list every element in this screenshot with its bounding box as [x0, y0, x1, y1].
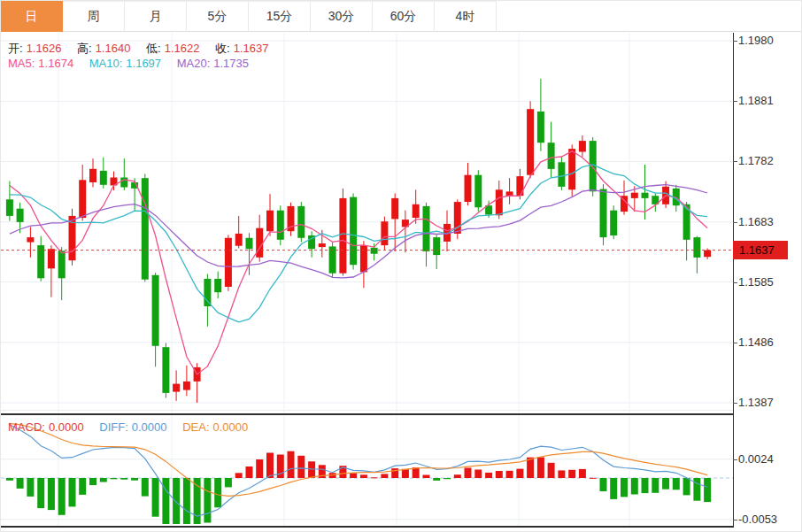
macd-bar	[454, 474, 461, 478]
kline-widget: 日 周 月 5分 15分 30分 60分 4时 1.1980 1.1881 1.…	[0, 0, 802, 532]
macd-bar	[610, 478, 617, 499]
low-value: 1.1622	[165, 42, 200, 55]
candle-body	[693, 237, 700, 258]
macd-bar	[568, 470, 575, 478]
candle-body	[631, 193, 638, 198]
macd-bar	[673, 478, 680, 490]
tab-60min[interactable]: 60分	[373, 1, 435, 32]
plot-bottom-gridline	[1, 410, 734, 411]
macd-bar	[506, 471, 513, 478]
price-tick: 1.1387	[738, 396, 774, 410]
ma5-value: 1.1674	[38, 57, 73, 70]
macd-bar	[413, 467, 420, 478]
macd-bar	[642, 478, 649, 493]
macd-bar	[693, 478, 700, 501]
candlestick-chart[interactable]	[1, 33, 734, 413]
macd-bar	[485, 473, 492, 478]
candle-body	[381, 221, 388, 245]
macd-bar	[474, 470, 482, 479]
last-price-tag: 1.1637	[733, 241, 788, 259]
tab-label: 周	[88, 9, 100, 25]
macd-bar	[235, 473, 243, 478]
macd-bar	[683, 478, 690, 495]
candle-body	[277, 211, 284, 240]
macd-bar	[48, 478, 55, 510]
macd-bar	[652, 478, 659, 493]
macd-bar	[173, 478, 180, 524]
candle-body	[297, 206, 305, 238]
price-tick: 1.1486	[738, 335, 774, 350]
candle-body	[235, 234, 243, 246]
macd-bar	[131, 478, 138, 481]
open-value: 1.1626	[27, 42, 62, 55]
tabbar-filler	[497, 1, 801, 32]
macd-bar	[516, 469, 523, 478]
candle-body	[516, 176, 523, 196]
macd-bar	[288, 451, 295, 478]
candle-body	[423, 206, 430, 251]
open-label: 开:	[8, 42, 23, 55]
macd-bar	[89, 478, 96, 485]
tab-4hour[interactable]: 4时	[435, 1, 497, 32]
candle-body	[496, 189, 503, 215]
macd-bar	[391, 468, 398, 478]
diff-value: 0.0000	[132, 420, 167, 434]
candle-body	[474, 175, 482, 208]
tab-30min[interactable]: 30分	[311, 1, 373, 32]
close-value: 1.1637	[234, 42, 269, 55]
macd-bar	[58, 478, 66, 515]
macd-bar	[443, 478, 451, 479]
ma20-value: 1.1735	[213, 57, 249, 70]
candle-body	[360, 245, 367, 272]
tab-label: 5分	[208, 9, 227, 25]
macd-bar	[162, 478, 169, 524]
macd-legend: MACD:0.0000 DIFF:0.0000 DEA:0.0000	[8, 420, 251, 434]
candle-body	[48, 249, 55, 268]
candle-body	[413, 204, 420, 218]
macd-value: 0.0000	[49, 420, 84, 434]
candle-body	[266, 211, 274, 232]
macd-bar	[537, 458, 544, 479]
macd-bar	[183, 478, 190, 524]
price-tick: 1.1782	[738, 154, 774, 168]
ma10-value: 1.1697	[126, 57, 161, 70]
macd-bar	[152, 478, 159, 517]
candle-body	[120, 178, 127, 188]
macd-bar	[579, 469, 586, 478]
candle-body	[204, 279, 211, 306]
high-value: 1.1640	[96, 42, 131, 55]
macd-bar	[256, 459, 263, 478]
tab-15min[interactable]: 15分	[249, 1, 311, 32]
macd-bar	[297, 456, 305, 478]
macd-bar	[371, 477, 378, 478]
low-label: 低:	[146, 42, 161, 55]
close-label: 收:	[215, 42, 230, 55]
macd-tick: 0.0024	[738, 452, 774, 466]
bottom-border	[1, 526, 734, 528]
tab-5min[interactable]: 5分	[187, 1, 249, 32]
tab-label: 4时	[456, 9, 475, 25]
macd-bar	[266, 453, 274, 479]
candle-body	[527, 109, 534, 175]
macd-bar	[225, 478, 232, 487]
macd-bar	[308, 461, 315, 478]
macd-bar	[142, 478, 149, 497]
ma20-label: MA20:	[177, 57, 211, 70]
price-tick: 1.1881	[738, 94, 774, 108]
macd-bar	[662, 478, 669, 490]
candle-body	[433, 237, 440, 255]
macd-bar	[600, 478, 607, 491]
price-tick: 1.1585	[738, 275, 774, 289]
candle-body	[183, 382, 190, 390]
dea-label: DEA:	[182, 420, 209, 434]
diff-label: DIFF:	[99, 420, 128, 434]
ma-line	[10, 151, 707, 374]
tab-day[interactable]: 日	[1, 1, 63, 32]
tab-month[interactable]: 月	[125, 1, 187, 32]
tab-week[interactable]: 周	[63, 1, 125, 32]
ma10-label: MA10:	[89, 57, 123, 70]
macd-line	[10, 425, 707, 516]
candle-body	[558, 162, 565, 187]
ma-line	[10, 165, 707, 322]
macd-bar	[69, 478, 76, 506]
